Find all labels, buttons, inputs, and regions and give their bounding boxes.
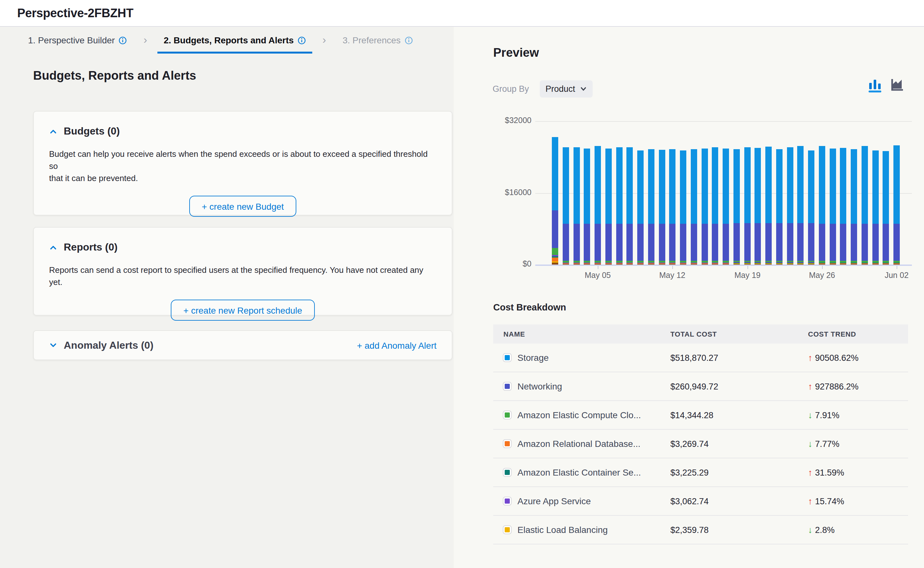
stacked-bar-may-04[interactable]: [584, 148, 590, 264]
stacked-bar-may-15[interactable]: [702, 148, 708, 264]
series-color-chip-icon: [503, 354, 511, 361]
bar-segment: [808, 223, 814, 260]
cell-name: Storage: [503, 352, 670, 363]
create-report-schedule-button[interactable]: + create new Report schedule: [171, 300, 315, 321]
cell-name: Networking: [503, 381, 670, 391]
bar-segment: [637, 150, 644, 224]
cell-cost-trend: ↑90508.62%: [808, 352, 908, 363]
trend-percent: 927886.2%: [815, 382, 859, 391]
table-body: Storage$518,870.27↑90508.62%Networking$2…: [493, 344, 908, 544]
series-color-chip-icon: [503, 382, 511, 390]
stacked-bar-may-18[interactable]: [734, 149, 740, 264]
budgets-card-header[interactable]: Budgets (0): [49, 125, 437, 137]
table-row[interactable]: Networking$260,949.72↑927886.2%: [493, 372, 908, 401]
budgets-description: Budget can help you receive alerts when …: [49, 148, 437, 184]
stacked-bar-may-14[interactable]: [691, 149, 697, 264]
bar-segment: [691, 149, 697, 224]
bar-segment: [723, 224, 729, 261]
stacked-bar-may-31[interactable]: [873, 150, 879, 264]
stacked-bar-may-22[interactable]: [776, 149, 782, 264]
table-row[interactable]: Amazon Relational Database...$3,269.74↓7…: [493, 430, 908, 458]
bar-segment: [637, 224, 644, 261]
stacked-bar-may-30[interactable]: [862, 146, 868, 264]
stacked-bar-may-10[interactable]: [648, 149, 654, 264]
stacked-bar-may-29[interactable]: [851, 149, 857, 264]
trend-up-arrow-icon: ↑: [808, 496, 812, 506]
x-axis-tick-label: May 12: [659, 271, 685, 280]
bar-segment: [883, 151, 889, 224]
chevron-down-icon: [580, 85, 586, 92]
cell-name: Amazon Elastic Container Se...: [503, 467, 670, 477]
bar-segment: [659, 150, 665, 224]
trend-percent: 7.77%: [815, 439, 840, 449]
stacked-bar-may-08[interactable]: [626, 147, 633, 264]
x-axis-tick: [748, 266, 748, 269]
bar-segment: [563, 224, 569, 261]
bar-segment: [851, 149, 857, 224]
bar-segment: [595, 146, 601, 224]
budgets-card: Budgets (0) Budget can help you receive …: [33, 111, 452, 216]
cell-total-cost: $3,062.74: [670, 496, 808, 506]
stacked-bar-may-25[interactable]: [808, 150, 814, 264]
column-header-name: NAME: [503, 330, 670, 338]
stacked-bar-may-28[interactable]: [840, 148, 846, 264]
stacked-bar-may-11[interactable]: [659, 150, 665, 264]
bar-segment: [894, 146, 900, 224]
stacked-bar-may-27[interactable]: [830, 148, 836, 264]
table-row[interactable]: Storage$518,870.27↑90508.62%: [493, 344, 908, 372]
table-row[interactable]: Azure App Service$3,062.74↑15.74%: [493, 487, 908, 516]
bar-segment: [776, 223, 782, 260]
stacked-bar-may-12[interactable]: [669, 149, 675, 264]
product-name: Storage: [517, 352, 549, 363]
wizard-tab-1[interactable]: 1. Perspective Builder: [22, 27, 133, 54]
x-axis-tick-label: May 19: [734, 271, 761, 280]
stacked-bar-may-23[interactable]: [787, 147, 793, 264]
wizard-tab-2[interactable]: 2. Budgets, Reports and Alerts: [157, 27, 312, 54]
table-row[interactable]: Amazon Elastic Compute Clo...$14,344.28↓…: [493, 401, 908, 430]
stacked-bar-may-17[interactable]: [723, 148, 729, 264]
wizard-tab-3[interactable]: 3. Preferences: [336, 27, 419, 54]
stacked-bar-may-16[interactable]: [712, 147, 718, 264]
column-header-total-cost: TOTAL COST: [670, 330, 808, 338]
stacked-bar-may-13[interactable]: [680, 150, 686, 264]
reports-title: Reports (0): [64, 242, 118, 253]
stacked-bar-may-07[interactable]: [616, 147, 623, 264]
group-by-select[interactable]: Product: [540, 80, 592, 98]
stacked-bar-may-05[interactable]: [595, 146, 601, 264]
tab-label: 2. Budgets, Reports and Alerts: [164, 35, 294, 45]
cell-total-cost: $518,870.27: [670, 353, 808, 363]
chart-type-toggles: [868, 78, 904, 93]
bar-segment: [552, 248, 558, 255]
left-pane: 1. Perspective Builder›2. Budgets, Repor…: [0, 27, 454, 568]
create-budget-button[interactable]: + create new Budget: [189, 196, 297, 217]
stacked-bar-may-24[interactable]: [797, 146, 803, 264]
area-chart-icon[interactable]: [890, 78, 904, 93]
reports-card: Reports (0) Reports can send a cost repo…: [33, 227, 452, 316]
product-name: Azure App Service: [517, 496, 591, 506]
anomaly-card-header[interactable]: Anomaly Alerts (0): [49, 340, 154, 351]
reports-card-header[interactable]: Reports (0): [49, 242, 437, 253]
bar-segment: [574, 224, 580, 261]
stacked-bar-jun-02[interactable]: [894, 146, 900, 264]
bar-segment: [830, 148, 836, 224]
table-row[interactable]: Amazon Elastic Container Se...$3,225.29↑…: [493, 458, 908, 487]
add-anomaly-alert-button[interactable]: + add Anomaly Alert: [357, 340, 437, 350]
stacked-bar-may-09[interactable]: [637, 150, 644, 264]
stacked-bar-may-21[interactable]: [765, 147, 772, 264]
bar-segment: [563, 147, 569, 224]
stacked-bar-jun-01[interactable]: [883, 151, 889, 264]
stacked-bar-may-03[interactable]: [574, 147, 580, 264]
stacked-bar-may-02[interactable]: [563, 147, 569, 264]
stacked-bar-may-06[interactable]: [605, 148, 612, 264]
bar-segment: [659, 224, 665, 261]
bar-segment: [584, 224, 590, 261]
bar-chart-icon[interactable]: [868, 78, 882, 93]
stacked-bar-may-20[interactable]: [755, 148, 761, 264]
stacked-bar-may-01[interactable]: [552, 137, 558, 264]
bar-segment: [862, 224, 868, 261]
stacked-bar-may-19[interactable]: [744, 147, 751, 264]
chevron-up-icon: [49, 243, 57, 251]
stacked-bar-may-26[interactable]: [819, 146, 825, 264]
app: Perspective-2FBZHT 1. Perspective Builde…: [0, 0, 924, 568]
table-row[interactable]: Elastic Load Balancing$2,359.78↓2.8%: [493, 516, 908, 544]
